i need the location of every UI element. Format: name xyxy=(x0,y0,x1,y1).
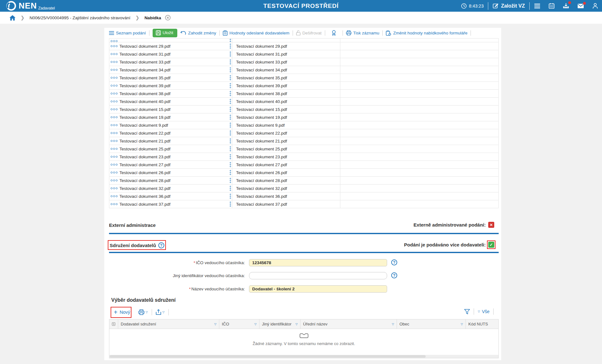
close-tab-icon[interactable] xyxy=(165,15,171,21)
document-name-cell-2[interactable]: Testovací dokument 27.pdf xyxy=(232,161,340,168)
horizontal-scrollbar[interactable] xyxy=(109,355,498,358)
breadcrumb-item-procurement[interactable]: N006/25/V00004995 - Zajištění závodního … xyxy=(30,15,131,20)
row-menu-icon[interactable] xyxy=(111,187,118,189)
document-name-cell[interactable]: Testovací dokument 40.pdf xyxy=(119,98,229,105)
document-name-cell[interactable]: Testovací dokument 21.pdf xyxy=(119,137,229,145)
drag-dots-icon[interactable] xyxy=(230,44,231,49)
drag-dots-icon[interactable] xyxy=(230,162,231,167)
table-row[interactable]: Testovací dokument 23.pdf Testovací doku… xyxy=(109,153,498,161)
table-row[interactable]: Testovací dokument 22.pdf Testovací doku… xyxy=(109,129,498,137)
document-name-cell[interactable]: Testovací dokument 31.pdf xyxy=(119,50,229,58)
other-identifier-field[interactable] xyxy=(249,272,387,279)
document-name-cell-2[interactable]: Testovací dokument 38.pdf xyxy=(232,90,340,97)
document-name-cell-2[interactable]: Testovací dokument 21.pdf xyxy=(232,137,340,145)
grid-column-header[interactable]: Úřední název ▽ xyxy=(301,319,397,329)
supplier-values-button[interactable]: Hodnoty odeslané dodavatelem xyxy=(223,30,289,36)
document-name-cell-2[interactable]: Testovací dokument 15.pdf xyxy=(232,106,340,113)
save-button[interactable]: Uložit xyxy=(153,29,178,37)
column-filter-caret[interactable]: ▽ xyxy=(295,323,298,326)
seznam-podani-button[interactable]: Seznam podání xyxy=(109,31,146,35)
row-menu-icon[interactable] xyxy=(111,116,118,118)
document-name-cell[interactable]: Testovací dokument 35.pdf xyxy=(119,74,229,82)
mail-icon[interactable] xyxy=(577,3,584,9)
document-name-cell-2[interactable]: Testovací dokument 34.pdf xyxy=(232,66,340,74)
table-row[interactable]: Testovací dokument 33.pdf Testovací doku… xyxy=(109,58,498,66)
grid-column-header[interactable]: Kód NUTS xyxy=(466,319,498,329)
document-name-cell-2[interactable]: Testovací dokument 28.pdf xyxy=(232,177,340,184)
change-form-values-button[interactable]: Změnit hodnoty nabídkového formuláře xyxy=(386,30,467,36)
row-menu-icon[interactable] xyxy=(111,53,118,55)
discard-changes-button[interactable]: Zahodit změny xyxy=(180,31,216,35)
table-row[interactable]: Testovací dokument 39.pdf Testovací doku… xyxy=(109,82,498,90)
table-row[interactable]: Testovací dokument 27.pdf Testovací doku… xyxy=(109,161,498,169)
document-name-cell[interactable]: Testovací dokument 32.pdf xyxy=(119,185,229,192)
document-name-cell-2[interactable]: Testovací dokument 23.pdf xyxy=(232,153,340,161)
table-row[interactable]: Testovací dokument 26.pdf Testovací doku… xyxy=(109,169,498,177)
grid-column-header[interactable]: Obec ▽ xyxy=(397,319,466,329)
help-icon[interactable]: ? xyxy=(391,259,397,265)
document-name-cell-2[interactable]: Testovací dokument 37.pdf xyxy=(232,200,340,208)
document-name-cell[interactable]: Testovací dokument 27.pdf xyxy=(119,161,229,168)
table-row[interactable]: Testovací dokument 15.pdf Testovací doku… xyxy=(109,106,498,113)
all-filter-caret[interactable]: ▽ xyxy=(478,310,480,313)
document-name-cell-2[interactable]: Testovací dokument 25.pdf xyxy=(232,145,340,153)
document-name-cell[interactable]: Testovací dokument 38.pdf xyxy=(119,90,229,97)
row-menu-icon[interactable] xyxy=(111,124,118,126)
drag-dots-icon[interactable] xyxy=(230,39,231,42)
document-name-cell-2[interactable]: Testovací dokument 40.pdf xyxy=(232,98,340,105)
column-filter-caret[interactable]: ▽ xyxy=(392,323,394,326)
drag-dots-icon[interactable] xyxy=(230,75,231,81)
create-vz-button[interactable]: Založit VZ xyxy=(501,3,525,9)
document-name-cell-2[interactable]: Testovací dokument 32.pdf xyxy=(232,185,340,192)
table-row[interactable]: Testovací dokument 9.pdf Testovací dokum… xyxy=(109,121,498,129)
drag-dots-icon[interactable] xyxy=(230,107,231,112)
row-menu-icon[interactable] xyxy=(111,195,118,197)
document-name-cell[interactable]: Testovací dokument 22.pdf xyxy=(119,129,229,137)
document-name-cell-2[interactable]: Testovací dokument 31.pdf xyxy=(232,50,340,58)
grid-column-header[interactable]: IČO ▽ xyxy=(219,319,259,329)
document-name-cell-2[interactable]: Testovací dokument 19.pdf xyxy=(232,113,340,121)
breadcrumb-item-current[interactable]: Nabídka xyxy=(144,15,161,20)
help-icon[interactable]: ? xyxy=(158,242,164,248)
drag-dots-icon[interactable] xyxy=(230,52,231,57)
drag-dots-icon[interactable] xyxy=(230,59,231,65)
document-name-cell[interactable]: Testovací dokument 34.pdf xyxy=(119,66,229,74)
drag-dots-icon[interactable] xyxy=(230,154,231,160)
document-name-cell-2[interactable]: Testovací dokument 35.pdf xyxy=(232,74,340,82)
table-row[interactable]: Testovací dokument 21.pdf Testovací doku… xyxy=(109,137,498,145)
document-name-cell[interactable]: Testovací dokument 23.pdf xyxy=(119,153,229,161)
table-row[interactable]: Testovací dokument 31.pdf Testovací doku… xyxy=(109,50,498,58)
user-icon[interactable] xyxy=(592,3,598,9)
document-name-cell-2[interactable]: Testovací dokument 39.pdf xyxy=(232,82,340,89)
help-icon[interactable]: ? xyxy=(391,272,397,278)
document-name-cell[interactable]: Testovací dokument 37.pdf xyxy=(119,200,229,208)
drag-dots-icon[interactable] xyxy=(230,194,231,199)
table-row[interactable]: Testovací dokument 19.pdf Testovací doku… xyxy=(109,113,498,121)
column-filter-caret[interactable]: ▽ xyxy=(461,323,463,326)
document-name-cell[interactable]: Testovací dokument 25.pdf xyxy=(119,145,229,153)
print-dropdown-caret[interactable]: ▽ xyxy=(146,311,148,314)
row-menu-icon[interactable] xyxy=(111,164,118,166)
document-name-cell[interactable]: Testovací dokument 33.pdf xyxy=(119,58,229,66)
row-menu-icon[interactable] xyxy=(111,85,118,87)
document-name-cell-2[interactable]: Testovací dokument 9.pdf xyxy=(232,121,340,129)
table-row-partial[interactable] xyxy=(109,39,498,42)
drag-dots-icon[interactable] xyxy=(230,178,231,183)
row-menu-icon[interactable] xyxy=(111,132,118,134)
row-menu-icon[interactable] xyxy=(111,69,118,71)
document-name-cell-2[interactable]: Testovací dokument 22.pdf xyxy=(232,129,340,137)
row-menu-icon[interactable] xyxy=(111,172,118,173)
document-name-cell[interactable]: Testovací dokument 9.pdf xyxy=(119,121,229,129)
award-icon-button[interactable] xyxy=(328,30,339,36)
grid-column-header[interactable]: Dodavatel sdružení ▽ xyxy=(118,319,219,329)
checkbox-external-unchecked[interactable]: ✕ xyxy=(488,222,494,228)
calendar-icon[interactable] xyxy=(549,3,555,9)
table-row[interactable]: Testovací dokument 28.pdf Testovací doku… xyxy=(109,177,498,185)
document-name-cell-2[interactable]: Testovací dokument 26.pdf xyxy=(232,169,340,176)
row-menu-icon[interactable] xyxy=(111,61,118,63)
print-record-button[interactable]: Tisk záznamu xyxy=(346,30,380,35)
grid-settings-cell[interactable] xyxy=(109,319,118,329)
drag-dots-icon[interactable] xyxy=(230,130,231,136)
home-icon[interactable] xyxy=(9,15,15,21)
row-menu-icon[interactable] xyxy=(111,77,118,79)
